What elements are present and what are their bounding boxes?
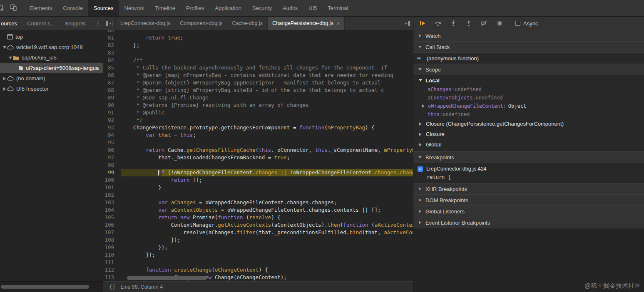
line-number[interactable]: 95: [103, 139, 117, 146]
line-number[interactable]: 92: [103, 116, 117, 124]
hide-navigator-icon[interactable]: [103, 17, 116, 30]
editor-horizontal-scrollbar[interactable]: [127, 276, 207, 280]
scope-group-closure-changepersistence-getchangesforcomponent[interactable]: Closure (ChangePersistence.getChangesFor…: [413, 119, 644, 129]
deactivate-breakpoints-icon[interactable]: [480, 20, 488, 27]
chevron-down-icon[interactable]: [419, 79, 422, 82]
tree-item-sap-bc-ui5-ui5[interactable]: sap/bc/ui5_ui5: [0, 52, 103, 63]
panel-tab-console[interactable]: Console: [57, 0, 88, 16]
line-number[interactable]: 105: [103, 214, 117, 221]
chevron-down-icon[interactable]: [418, 156, 422, 158]
code-line[interactable]: 97 that._bHasLoadedChangesFromBackend = …: [103, 154, 413, 161]
line-number[interactable]: 107: [103, 229, 117, 236]
section-header-dom-breakpoints[interactable]: DOM Breakpoints: [413, 195, 644, 206]
code-line[interactable]: 107 resolve(aChanges.filter(that._precon…: [103, 229, 413, 236]
line-number[interactable]: 85: [103, 64, 117, 72]
chevron-right-icon[interactable]: [422, 104, 425, 108]
step-out-icon[interactable]: [465, 20, 472, 27]
code-line[interactable]: 109 });: [103, 244, 413, 251]
line-number[interactable]: 100: [103, 176, 117, 184]
breakpoint-entry[interactable]: ✓LrepConnector-dbg.js:424: [413, 163, 644, 173]
panel-tab-terminal[interactable]: Terminal: [322, 0, 353, 16]
line-number[interactable]: 89: [103, 94, 117, 101]
line-number[interactable]: 80: [103, 30, 117, 34]
code-line[interactable]: 90 * @returns {Promise} resolving with a…: [103, 101, 413, 109]
code-line[interactable]: 111: [103, 259, 413, 266]
show-debugger-panel-icon[interactable]: [400, 17, 413, 30]
line-number[interactable]: 97: [103, 154, 117, 161]
device-mode-icon[interactable]: [10, 4, 17, 12]
chevron-right-icon[interactable]: [419, 221, 421, 224]
line-number[interactable]: 94: [103, 131, 117, 139]
line-number[interactable]: 90: [103, 101, 117, 109]
code-line[interactable]: 100 return [];: [103, 176, 413, 184]
navigator-tab-content-s[interactable]: Content s...: [22, 20, 60, 27]
panel-tab-sources[interactable]: Sources: [88, 0, 119, 16]
panel-tab-network[interactable]: Network: [119, 0, 150, 16]
chevron-right-icon[interactable]: [419, 122, 422, 126]
section-header-global-listeners[interactable]: Global Listeners: [413, 206, 644, 217]
tree-item-no-domain[interactable]: (no domain): [0, 73, 103, 84]
code-line[interactable]: 110 });: [103, 251, 413, 259]
chevron-right-icon[interactable]: [419, 133, 422, 136]
panel-tab-security[interactable]: Security: [247, 0, 277, 16]
close-tab-icon[interactable]: ×: [337, 20, 340, 27]
chevron-right-icon[interactable]: [3, 77, 6, 80]
async-toggle[interactable]: Async: [515, 20, 538, 27]
code-line[interactable]: 91 * @public: [103, 109, 413, 116]
file-tab-changepersistence-dbg-js[interactable]: ChangePersistence-dbg.js×: [268, 17, 345, 30]
line-number[interactable]: 103: [103, 199, 117, 206]
line-number[interactable]: 91: [103, 109, 117, 116]
file-tab-lrepconnector-dbg-js[interactable]: LrepConnector-dbg.js: [116, 17, 175, 30]
code-line[interactable]: 105 return new Promise(function (resolve…: [103, 214, 413, 221]
chevron-down-icon[interactable]: [418, 46, 422, 48]
line-number[interactable]: 102: [103, 191, 117, 199]
line-number[interactable]: 87: [103, 79, 117, 87]
overflow-menu-icon[interactable]: ⋮: [95, 20, 102, 27]
tree-item-ui5-inspector[interactable]: UI5 Inspector: [0, 84, 103, 94]
tree-item-top[interactable]: top: [0, 32, 103, 42]
line-number[interactable]: 99: [103, 169, 117, 176]
code-line[interactable]: 112 function createChange(oChangeContent…: [103, 266, 413, 274]
panel-tab-audits[interactable]: Audits: [277, 0, 303, 16]
code-line[interactable]: 85 * Calls the backend asynchronously an…: [103, 64, 413, 72]
step-into-icon[interactable]: [450, 20, 457, 27]
file-tab-component-dbg-js[interactable]: Component-dbg.js: [175, 17, 227, 30]
tree-item-ui-sap-client-500-sap-langua[interactable]: ui?sap-client=500&sap-langua: [0, 63, 103, 73]
scope-group-closure[interactable]: Closure: [413, 129, 644, 139]
code-line[interactable]: 108 });: [103, 236, 413, 244]
line-number[interactable]: 112: [103, 266, 117, 274]
section-header-call-stack[interactable]: Call Stack: [413, 42, 644, 53]
call-stack-frame[interactable]: (anonymous function): [413, 53, 644, 64]
line-number[interactable]: 81: [103, 34, 117, 42]
code-line[interactable]: 92 */: [103, 116, 413, 124]
code-line[interactable]: 103 var aChanges = oWrappedChangeFileCon…: [103, 199, 413, 206]
chevron-right-icon[interactable]: [419, 34, 421, 37]
chevron-right-icon[interactable]: [419, 143, 422, 146]
code-line[interactable]: 83: [103, 49, 413, 57]
code-line[interactable]: 93 ChangePersistence.prototype.getChange…: [103, 124, 413, 131]
chevron-right-icon[interactable]: [3, 87, 6, 91]
navigator-tab-ources[interactable]: ources: [0, 20, 22, 27]
navigator-tab-snippets[interactable]: Snippets: [60, 20, 91, 27]
line-number[interactable]: 108: [103, 236, 117, 244]
code-line[interactable]: 106 ContextManager.getActiveContexts(aCo…: [103, 221, 413, 229]
line-number[interactable]: 113: [103, 274, 117, 281]
pause-on-exceptions-icon[interactable]: [496, 20, 503, 27]
code-line[interactable]: 89 * @see sap.ui.fl.Change: [103, 94, 413, 101]
chevron-right-icon[interactable]: [419, 198, 421, 202]
code-line[interactable]: 88 * @param {string} mPropertyBag.siteId…: [103, 87, 413, 94]
line-number[interactable]: 109: [103, 244, 117, 251]
line-number[interactable]: 101: [103, 184, 117, 191]
resume-script-icon[interactable]: [419, 20, 426, 27]
code-line[interactable]: 82 };: [103, 42, 413, 49]
code-line[interactable]: 94 var that = this;: [103, 131, 413, 139]
panel-tab-ui5[interactable]: UI5: [303, 0, 322, 16]
tree-item-wdciw19-wdf-sap-corp-1048[interactable]: wdciw19.wdf.sap.corp:1048: [0, 42, 103, 52]
section-header-watch[interactable]: Watch: [413, 30, 644, 42]
line-number[interactable]: 88: [103, 87, 117, 94]
code-line[interactable]: 104 var aContextObjects = oWrappedChange…: [103, 206, 413, 214]
section-header-xhr-breakpoints[interactable]: XHR Breakpoints: [413, 183, 644, 195]
line-number[interactable]: 82: [103, 42, 117, 49]
scope-group-local[interactable]: Local: [413, 75, 644, 85]
code-line[interactable]: 87 * @param {object} mPropertyBag.appDes…: [103, 79, 413, 87]
